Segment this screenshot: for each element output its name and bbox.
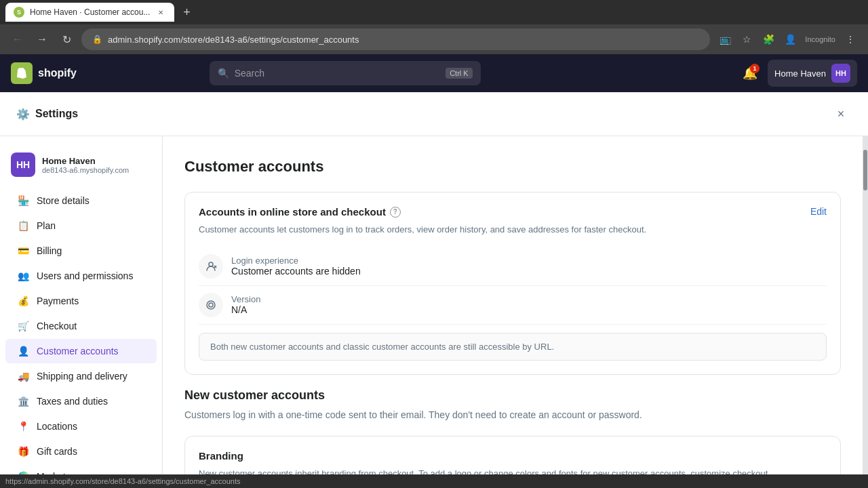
sidebar-label: Store details (37, 195, 90, 206)
settings-main: Customer accounts Accounts in online sto… (163, 136, 863, 474)
status-bar: https://admin.shopify.com/store/de8143-a… (0, 474, 868, 488)
sidebar-label: Billing (37, 245, 62, 256)
store-info: HH Home Haven de8143-a6.myshopify.com (0, 147, 162, 188)
sidebar-label: Plan (37, 220, 56, 231)
sidebar-store-url: de8143-a6.myshopify.com (42, 166, 129, 174)
login-experience-label: Login experience (231, 256, 361, 266)
tab-title: Home Haven · Customer accou... (30, 7, 150, 17)
sidebar-item-markets[interactable]: 🌍 Markets (5, 464, 157, 474)
sidebar-label: Payments (37, 296, 79, 306)
bookmark-icon[interactable]: ☆ (737, 30, 756, 49)
locations-icon: 📍 (16, 420, 30, 433)
checkout-icon: 🛒 (16, 319, 30, 333)
version-icon (199, 293, 223, 317)
sidebar-item-billing[interactable]: 💳 Billing (5, 239, 157, 263)
edit-link[interactable]: Edit (810, 206, 827, 217)
profile-icon[interactable]: 👤 (781, 30, 800, 49)
login-icon (199, 254, 223, 279)
sidebar-item-users[interactable]: 👥 Users and permissions (5, 264, 157, 288)
store-name: Home Haven (774, 68, 826, 79)
branding-description: New customer accounts inherit branding f… (199, 467, 827, 475)
tab-close-button[interactable]: ✕ (155, 7, 166, 18)
sidebar-store-name: Home Haven (42, 156, 129, 166)
new-accounts-section: New customer accounts Customers log in w… (184, 388, 841, 422)
branding-card-header: Branding (199, 450, 827, 462)
sidebar-label: Shipping and delivery (37, 371, 127, 382)
card-description: Customer accounts let customers log in t… (199, 223, 827, 237)
settings-sidebar: HH Home Haven de8143-a6.myshopify.com 🏪 … (0, 136, 163, 474)
tab-favicon: S (14, 7, 24, 18)
sidebar-item-shipping[interactable]: 🚚 Shipping and delivery (5, 364, 157, 388)
info-icon[interactable]: ? (390, 207, 401, 218)
settings-title: ⚙️ Settings (16, 108, 78, 121)
markets-icon: 🌍 (16, 470, 30, 474)
sidebar-item-gift-cards[interactable]: 🎁 Gift cards (5, 439, 157, 464)
sidebar-item-locations[interactable]: 📍 Locations (5, 414, 157, 439)
svg-point-4 (209, 303, 213, 307)
sidebar-item-customer-accounts[interactable]: 👤 Customer accounts (5, 339, 157, 363)
page-title: Customer accounts (184, 158, 841, 176)
url-text: admin.shopify.com/store/de8143-a6/settin… (108, 35, 359, 45)
branding-title: Branding (199, 450, 243, 462)
sidebar-label: Gift cards (37, 446, 77, 457)
status-url: https://admin.shopify.com/store/de8143-a… (5, 477, 240, 485)
login-experience-value: Customer accounts are hidden (231, 266, 361, 277)
accounts-card: Accounts in online store and checkout ? … (184, 192, 841, 375)
settings-modal: ⚙️ Settings × HH Home Haven de8143-a6.my… (0, 92, 868, 474)
settings-close-button[interactable]: × (830, 103, 852, 125)
shopify-header: shopify 🔍 Search Ctrl K 🔔 1 Home Haven H… (0, 54, 868, 92)
sidebar-item-checkout[interactable]: 🛒 Checkout (5, 314, 157, 338)
sidebar-label: Checkout (37, 321, 77, 331)
store-avatar: HH (831, 64, 850, 83)
sidebar-item-payments[interactable]: 💰 Payments (5, 289, 157, 313)
users-icon: 👥 (16, 269, 30, 283)
sidebar-item-store-details[interactable]: 🏪 Store details (5, 188, 157, 213)
scroll-thumb[interactable] (863, 150, 867, 190)
shopify-logo-text: shopify (38, 67, 77, 79)
card-header: Accounts in online store and checkout ? … (199, 206, 827, 218)
gift-icon: 🎁 (16, 445, 30, 458)
browser-tab[interactable]: S Home Haven · Customer accou... ✕ (5, 3, 174, 22)
shopify-logo: shopify (11, 62, 77, 84)
notification-button[interactable]: 🔔 1 (738, 61, 762, 85)
cast-icon[interactable]: 📺 (715, 30, 734, 49)
payments-icon: 💰 (16, 294, 30, 308)
browser-titlebar: S Home Haven · Customer accou... ✕ + (0, 0, 868, 24)
version-row: Version N/A (199, 286, 827, 325)
taxes-icon: 🏛️ (16, 394, 30, 408)
gear-icon: ⚙️ (16, 108, 30, 121)
browser-navbar: ← → ↻ 🔒 admin.shopify.com/store/de8143-a… (0, 24, 868, 54)
version-value: N/A (231, 304, 260, 315)
shopify-logo-icon (11, 62, 33, 84)
sidebar-label: Users and permissions (37, 270, 133, 281)
settings-header: ⚙️ Settings × (0, 92, 868, 136)
store-switcher[interactable]: Home Haven HH (768, 60, 857, 87)
back-button[interactable]: ← (8, 30, 27, 49)
svg-point-0 (209, 262, 213, 266)
plan-icon: 📋 (16, 219, 30, 232)
search-icon: 🔍 (218, 68, 229, 79)
settings-content: HH Home Haven de8143-a6.myshopify.com 🏪 … (0, 136, 868, 474)
nav-icons: 📺 ☆ 🧩 👤 Incognito ⋮ (715, 30, 860, 49)
sidebar-label: Customer accounts (37, 346, 119, 357)
shipping-icon: 🚚 (16, 369, 30, 383)
branding-card: Branding New customer accounts inherit b… (184, 436, 841, 475)
menu-icon[interactable]: ⋮ (841, 30, 860, 49)
extensions-icon[interactable]: 🧩 (759, 30, 778, 49)
header-right: 🔔 1 Home Haven HH (738, 60, 857, 87)
new-tab-button[interactable]: + (177, 3, 196, 22)
sidebar-item-plan[interactable]: 📋 Plan (5, 214, 157, 238)
incognito-label: Incognito (802, 30, 838, 49)
scrollbar[interactable] (863, 136, 868, 474)
sidebar-item-taxes[interactable]: 🏛️ Taxes and duties (5, 389, 157, 413)
search-bar[interactable]: 🔍 Search Ctrl K (210, 61, 481, 85)
url-bar[interactable]: 🔒 admin.shopify.com/store/de8143-a6/sett… (81, 28, 710, 50)
refresh-button[interactable]: ↻ (57, 30, 76, 49)
sidebar-avatar: HH (11, 152, 35, 177)
search-placeholder: Search (235, 68, 264, 79)
section-description: Customers log in with a one-time code se… (184, 408, 841, 422)
notification-badge: 1 (750, 64, 760, 73)
accounts-icon: 👤 (16, 344, 30, 358)
forward-button[interactable]: → (33, 30, 52, 49)
section-title: New customer accounts (184, 388, 841, 403)
